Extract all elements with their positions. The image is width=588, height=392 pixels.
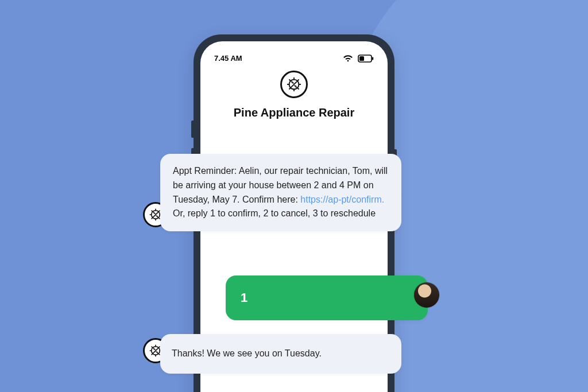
wifi-icon	[343, 55, 353, 63]
wrench-gear-icon	[280, 71, 308, 98]
status-time: 7.45 AM	[214, 54, 242, 63]
chat-title: Pine Appliance Repair	[200, 106, 388, 119]
message-text: Thanks! We we see you on Tuesday.	[172, 348, 322, 358]
user-avatar	[414, 282, 439, 308]
phone-frame: 7.45 AM	[194, 34, 394, 392]
message-bubble-incoming: Thanks! We we see you on Tuesday.	[160, 334, 401, 374]
stage: 7.45 AM	[0, 0, 588, 392]
message-bubble-incoming: Appt Reminder: Aelin, our repair technic…	[160, 154, 401, 231]
battery-icon	[358, 55, 374, 63]
svg-rect-2	[359, 56, 364, 61]
message-text: Or, reply 1 to confirm, 2 to cancel, 3 t…	[173, 208, 376, 218]
message-bubble-outgoing: 1	[226, 275, 428, 320]
status-bar: 7.45 AM	[200, 54, 388, 63]
phone-screen: 7.45 AM	[200, 41, 388, 392]
message-text: 1	[241, 290, 247, 305]
header-logo	[200, 71, 388, 98]
status-right	[343, 55, 374, 63]
phone-side-button	[191, 121, 194, 138]
svg-rect-1	[372, 57, 373, 60]
message-link[interactable]: https://ap-pt/confirm.	[300, 195, 384, 204]
